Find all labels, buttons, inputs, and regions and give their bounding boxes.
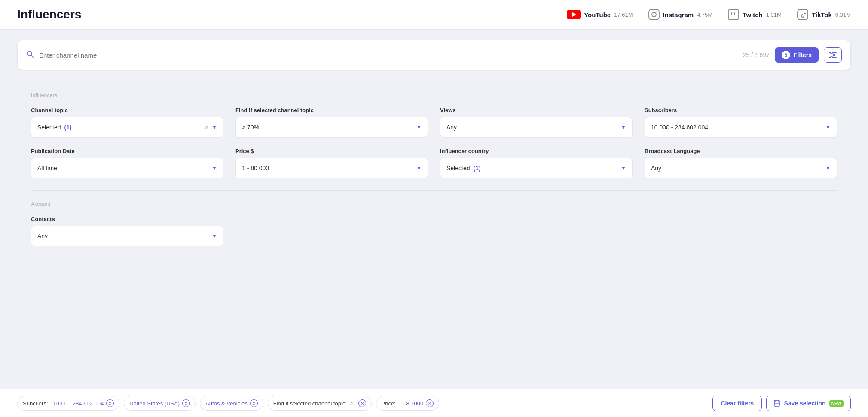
tag-topic: Autos & Vehicles ✕ bbox=[200, 396, 263, 411]
broadcast-language-select[interactable]: Any ▼ bbox=[645, 158, 837, 178]
influencer-country-chevron: ▼ bbox=[621, 165, 626, 171]
publication-date-label: Publication Date bbox=[31, 148, 223, 154]
influencer-country-count: (1) bbox=[473, 165, 480, 172]
save-icon bbox=[773, 400, 780, 407]
find-if-selected-label: Find if selected channel topic bbox=[235, 107, 428, 113]
tag-topic-remove[interactable]: ✕ bbox=[250, 399, 258, 407]
channel-topic-count: (1) bbox=[64, 124, 71, 131]
views-chevron: ▼ bbox=[621, 124, 626, 130]
filter-panel: Influencers Channel topic Selected (1) ✕… bbox=[17, 80, 851, 270]
channel-topic-label: Channel topic bbox=[31, 107, 223, 113]
influencer-country-group: Influencer country Selected (1) ▼ bbox=[440, 148, 633, 178]
twitch-icon bbox=[728, 9, 739, 20]
svg-rect-6 bbox=[731, 12, 732, 15]
tag-country: United States (USA) ✕ bbox=[124, 396, 196, 411]
filters-count-badge: 5 bbox=[782, 51, 790, 59]
bottom-bar: Subcriers: 10 000 - 284 602 004 ✕ United… bbox=[0, 389, 868, 417]
tag-price-label: Price: bbox=[382, 400, 396, 407]
views-select[interactable]: Any ▼ bbox=[440, 117, 633, 138]
find-if-selected-group: Find if selected channel topic > 70% ▼ bbox=[235, 107, 428, 138]
broadcast-language-group: Broadcast Language Any ▼ bbox=[645, 148, 837, 178]
channel-topic-chevron: ▼ bbox=[212, 124, 217, 130]
tag-subscribers-remove[interactable]: ✕ bbox=[106, 399, 114, 407]
subscribers-label: Subscribers bbox=[645, 107, 837, 113]
youtube-label: YouTube bbox=[584, 11, 611, 18]
search-count: 25 / 4 697 bbox=[743, 52, 770, 58]
page-title: Influencers bbox=[17, 8, 81, 21]
platform-youtube[interactable]: YouTube 17.61M bbox=[567, 10, 633, 19]
clear-filters-button[interactable]: Clear filters bbox=[712, 396, 762, 411]
tag-find-if-remove[interactable]: ✕ bbox=[358, 399, 366, 407]
platform-tiktok[interactable]: TikTok 6.31M bbox=[797, 9, 851, 20]
save-selection-label: Save selection bbox=[784, 400, 825, 407]
filters-button[interactable]: 5 Filters bbox=[775, 47, 819, 63]
platform-nav: YouTube 17.61M Instagram 4.75M Twitch 1.… bbox=[567, 9, 851, 20]
filters-icon-button[interactable] bbox=[824, 47, 842, 63]
tag-find-if-label: Find if selected channel topic: bbox=[273, 400, 347, 407]
tag-price: Price: 1 - 80 000 ✕ bbox=[376, 396, 440, 411]
influencers-filter-grid: Channel topic Selected (1) ✕ ▼ Find if s… bbox=[31, 107, 837, 178]
tag-country-remove[interactable]: ✕ bbox=[182, 399, 190, 407]
views-label: Views bbox=[440, 107, 633, 113]
publication-date-value: All time bbox=[37, 165, 57, 172]
filters-label: Filters bbox=[794, 52, 812, 58]
svg-rect-7 bbox=[734, 12, 735, 15]
account-filter-grid: Contacts Any ▼ bbox=[31, 216, 837, 246]
save-selection-button[interactable]: Save selection NEW bbox=[766, 396, 851, 411]
views-group: Views Any ▼ bbox=[440, 107, 633, 138]
instagram-icon bbox=[648, 9, 660, 20]
account-section-label: Account bbox=[31, 201, 837, 207]
svg-rect-18 bbox=[776, 400, 778, 402]
svg-point-16 bbox=[831, 56, 832, 58]
instagram-label: Instagram bbox=[663, 11, 694, 18]
search-bar: 25 / 4 697 5 Filters bbox=[17, 40, 851, 70]
find-if-selected-value: > 70% bbox=[242, 124, 259, 131]
search-input[interactable] bbox=[39, 52, 738, 59]
contacts-label: Contacts bbox=[31, 216, 223, 222]
svg-rect-5 bbox=[728, 9, 739, 20]
subscribers-value: 10 000 - 284 602 004 bbox=[651, 124, 708, 131]
contacts-chevron: ▼ bbox=[212, 233, 217, 239]
influencer-country-value: Selected bbox=[446, 165, 470, 172]
tag-topic-value: Autos & Vehicles bbox=[205, 400, 248, 407]
influencer-country-select[interactable]: Selected (1) ▼ bbox=[440, 158, 633, 178]
svg-rect-2 bbox=[649, 9, 659, 20]
tag-find-if: Find if selected channel topic: 70 ✕ bbox=[268, 396, 372, 411]
contacts-select[interactable]: Any ▼ bbox=[31, 226, 223, 246]
youtube-icon bbox=[567, 10, 581, 19]
svg-point-15 bbox=[833, 54, 835, 56]
twitch-count: 1.01M bbox=[766, 12, 782, 18]
channel-topic-clear[interactable]: ✕ bbox=[204, 124, 209, 131]
youtube-count: 17.61M bbox=[614, 12, 633, 18]
header: Influencers YouTube 17.61M Instagram 4.7… bbox=[0, 0, 868, 30]
instagram-count: 4.75M bbox=[697, 12, 712, 18]
search-icon bbox=[26, 50, 34, 60]
svg-rect-17 bbox=[774, 400, 779, 406]
find-if-selected-select[interactable]: > 70% ▼ bbox=[235, 117, 428, 138]
broadcast-language-label: Broadcast Language bbox=[645, 148, 837, 154]
platform-twitch[interactable]: Twitch 1.01M bbox=[728, 9, 782, 20]
channel-topic-select[interactable]: Selected (1) ✕ ▼ bbox=[31, 117, 223, 138]
price-select[interactable]: 1 - 80 000 ▼ bbox=[235, 158, 428, 178]
subscribers-group: Subscribers 10 000 - 284 602 004 ▼ bbox=[645, 107, 837, 138]
publication-date-chevron: ▼ bbox=[212, 165, 217, 171]
tag-find-if-value: 70 bbox=[349, 400, 355, 407]
svg-point-3 bbox=[652, 12, 656, 17]
svg-line-10 bbox=[31, 55, 34, 57]
svg-point-4 bbox=[656, 12, 657, 12]
tag-subscribers: Subcriers: 10 000 - 284 602 004 ✕ bbox=[17, 396, 119, 411]
publication-date-select[interactable]: All time ▼ bbox=[31, 158, 223, 178]
tag-price-remove[interactable]: ✕ bbox=[426, 399, 434, 407]
broadcast-language-value: Any bbox=[651, 165, 661, 172]
price-chevron: ▼ bbox=[416, 165, 422, 171]
broadcast-language-chevron: ▼ bbox=[825, 165, 831, 171]
influencers-section-label: Influencers bbox=[31, 92, 837, 98]
tiktok-icon bbox=[797, 9, 808, 20]
tag-subscribers-value: 10 000 - 284 602 004 bbox=[51, 400, 104, 407]
price-value: 1 - 80 000 bbox=[242, 165, 269, 172]
contacts-group: Contacts Any ▼ bbox=[31, 216, 223, 246]
price-label: Price $ bbox=[235, 148, 428, 154]
subscribers-select[interactable]: 10 000 - 284 602 004 ▼ bbox=[645, 117, 837, 138]
platform-instagram[interactable]: Instagram 4.75M bbox=[648, 9, 713, 20]
influencer-country-label: Influencer country bbox=[440, 148, 633, 154]
